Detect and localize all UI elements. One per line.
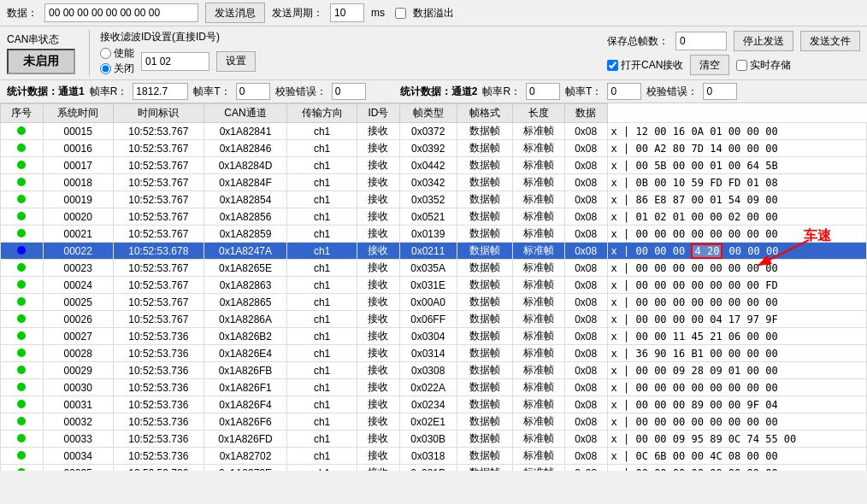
table-row[interactable]: 0002410:52:53.7670x1A82863ch1接收0x031E数据帧… — [1, 277, 867, 294]
cell-ID号: 接收 — [357, 413, 400, 431]
status-dot — [17, 468, 26, 472]
filter-close-label[interactable]: 关闭 — [100, 62, 134, 76]
stats2-error-label: 校验错误： — [646, 85, 698, 99]
send-file-btn[interactable]: 发送文件 — [800, 31, 860, 51]
table-row[interactable]: 0003410:52:53.7360x1A82702ch1接收0x0318数据帧… — [1, 448, 867, 465]
cell-CAN通道: 0x1A82859 — [203, 226, 286, 243]
send-message-btn[interactable]: 发送消息 — [205, 3, 265, 23]
table-row[interactable]: 0003310:52:53.7360x1A826FDch1接收0x030B数据帧… — [1, 431, 867, 448]
cell-时间标识: 10:52:53.736 — [113, 465, 203, 472]
cell-CAN通道: 0x1A82854 — [203, 191, 286, 208]
status-dot — [17, 178, 26, 186]
cell-CAN通道: 0x1A8284D — [203, 157, 286, 174]
stats2-section: 统计数据：通道2 帧率R： 帧率T： 校验错误： — [400, 83, 738, 100]
table-row[interactable]: 0003010:52:53.7360x1A826F1ch1接收0x022A数据帧… — [1, 379, 867, 396]
table-container[interactable]: 序号系统时间时间标识CAN通道传输方向ID号帧类型帧格式长度数据 0001510… — [0, 103, 867, 471]
cell-长度: 标准帧 — [513, 345, 564, 362]
cell-传输方向: ch1 — [287, 413, 357, 431]
cell-data: x | 36 90 16 B1 00 00 00 00 — [607, 345, 866, 362]
table-row[interactable]: 0002810:52:53.7360x1A826E4ch1接收0x0314数据帧… — [1, 345, 867, 362]
stats2-error-value — [703, 83, 737, 100]
cell-长度: 标准帧 — [513, 362, 564, 379]
table-row[interactable]: 0003110:52:53.7360x1A826F4ch1接收0x0234数据帧… — [1, 396, 867, 413]
open-can-recv-label[interactable]: 打开CAN接收 — [607, 58, 683, 73]
cell-帧类型: 0x0314 — [399, 345, 457, 362]
cell-传输方向: ch1 — [287, 191, 357, 208]
cell-data: x | 00 00 00 4 20 00 00 00 — [607, 243, 866, 260]
table-row[interactable]: 0002110:52:53.7670x1A82859ch1接收0x0139数据帧… — [1, 226, 867, 243]
table-row[interactable]: 0003510:52:53.7360x1A8270Ech1接收0x031B数据帧… — [1, 465, 867, 472]
table-row[interactable]: 0002910:52:53.7360x1A826FBch1接收0x0308数据帧… — [1, 362, 867, 379]
cell-帧格式: 数据帧 — [457, 260, 513, 277]
send-data-label: 数据： — [7, 6, 38, 21]
cell-系统时间: 00018 — [43, 174, 113, 191]
filter-enable-label[interactable]: 使能 — [100, 46, 134, 61]
cell-data: x | 00 00 00 00 00 00 00 00 — [607, 413, 866, 431]
cell-系统时间: 00017 — [43, 157, 113, 174]
status-dot — [17, 195, 26, 203]
data-overflow-checkbox[interactable] — [395, 8, 406, 19]
cell-系统时间: 00021 — [43, 226, 113, 243]
col-header-序号: 序号 — [1, 104, 44, 123]
cell-帧类型: 0x031B — [399, 465, 457, 472]
send-period-input[interactable] — [330, 3, 364, 22]
cell-CAN通道: 0x1A8247A — [203, 243, 286, 260]
cell-传输方向: ch1 — [287, 448, 357, 465]
can-status-btn[interactable]: 未启用 — [7, 49, 75, 74]
clear-btn[interactable]: 清空 — [690, 55, 729, 75]
cell-data: x | 00 00 00 00 00 00 00 00 — [607, 465, 866, 472]
cell-系统时间: 00019 — [43, 191, 113, 208]
table-row[interactable]: 0001510:52:53.7670x1A82841ch1接收0x0372数据帧… — [1, 123, 867, 140]
cell-帧类型: 0x0352 — [399, 191, 457, 208]
status-dot — [17, 451, 26, 460]
save-total-input[interactable] — [675, 32, 727, 50]
cell-传输方向: ch1 — [287, 140, 357, 157]
table-row[interactable]: 0003210:52:53.7360x1A826F6ch1接收0x02E1数据帧… — [1, 413, 867, 431]
cell-传输方向: ch1 — [287, 345, 357, 362]
cell-数据: 0x08 — [564, 260, 607, 277]
filter-id-input[interactable] — [141, 52, 209, 71]
cell-ID号: 接收 — [357, 294, 400, 311]
send-data-input[interactable] — [44, 3, 198, 22]
status-dot — [17, 331, 26, 340]
filter-enable-radio[interactable] — [100, 48, 111, 59]
filter-close-radio[interactable] — [100, 63, 111, 74]
realtime-save-label[interactable]: 实时存储 — [736, 58, 791, 73]
cell-系统时间: 00033 — [43, 431, 113, 448]
table-row[interactable]: 0002010:52:53.7670x1A82856ch1接收0x0521数据帧… — [1, 208, 867, 226]
cell-长度: 标准帧 — [513, 431, 564, 448]
table-row[interactable]: 0002610:52:53.7670x1A8286Ach1接收0x06FF数据帧… — [1, 311, 867, 328]
cell-帧格式: 数据帧 — [457, 174, 513, 191]
open-can-recv-checkbox[interactable] — [607, 60, 618, 71]
realtime-save-checkbox[interactable] — [736, 60, 747, 71]
stop-send-btn[interactable]: 停止发送 — [734, 31, 793, 51]
table-row[interactable]: 0001610:52:53.7670x1A82846ch1接收0x0392数据帧… — [1, 140, 867, 157]
col-header-帧类型: 帧类型 — [399, 104, 457, 123]
status-dot — [17, 297, 26, 306]
table-row[interactable]: 0002310:52:53.7670x1A8265Ech1接收0x035A数据帧… — [1, 260, 867, 277]
table-row[interactable]: 0001910:52:53.7670x1A82854ch1接收0x0352数据帧… — [1, 191, 867, 208]
cell-CAN通道: 0x1A826FD — [203, 431, 286, 448]
table-row[interactable]: 0002710:52:53.7360x1A826B2ch1接收0x0304数据帧… — [1, 328, 867, 345]
cell-ID号: 接收 — [357, 379, 400, 396]
cell-时间标识: 10:52:53.767 — [113, 277, 203, 294]
cell-ID号: 接收 — [357, 208, 400, 226]
cell-data: x | 0B 00 10 59 FD FD 01 08 — [607, 174, 866, 191]
cell-时间标识: 10:52:53.767 — [113, 191, 203, 208]
cell-帧类型: 0x031E — [399, 277, 457, 294]
table-body[interactable]: 0001510:52:53.7670x1A82841ch1接收0x0372数据帧… — [1, 123, 867, 472]
cell-数据: 0x08 — [564, 174, 607, 191]
cell-长度: 标准帧 — [513, 277, 564, 294]
table-row[interactable]: 0002510:52:53.7670x1A82865ch1接收0x00A0数据帧… — [1, 294, 867, 311]
cell-ID号: 接收 — [357, 362, 400, 379]
highlighted-data: 4 20 — [691, 243, 722, 259]
right-controls: 保存总帧数： 停止发送 发送文件 打开CAN接收 清空 实时存储 — [607, 31, 860, 75]
table-row[interactable]: 0001810:52:53.7670x1A8284Fch1接收0x0342数据帧… — [1, 174, 867, 191]
cell-系统时间: 00029 — [43, 362, 113, 379]
col-header-ID号: ID号 — [357, 104, 400, 123]
table-row[interactable]: 0002210:52:53.6780x1A8247Ach1接收0x0211数据帧… — [1, 243, 867, 260]
stats1-frame-t-value — [236, 83, 270, 100]
table-row[interactable]: 0001710:52:53.7670x1A8284Dch1接收0x0442数据帧… — [1, 157, 867, 174]
col-header-长度: 长度 — [513, 104, 564, 123]
filter-set-btn[interactable]: 设置 — [216, 51, 256, 72]
